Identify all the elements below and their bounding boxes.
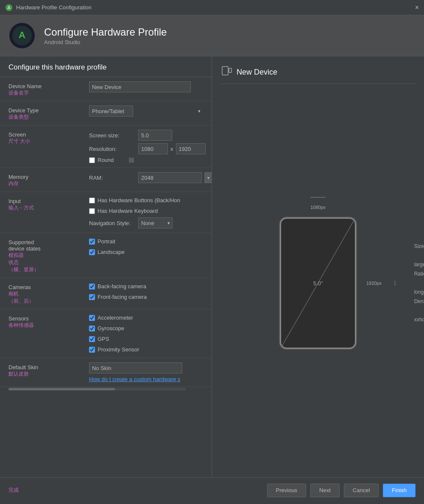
screen-size-input[interactable]	[138, 130, 172, 141]
device-preview-name: New Device	[237, 68, 277, 77]
hardware-keyboard-label: Has Hardware Keyboard	[98, 208, 158, 214]
header-title: Configure Hardware Profile	[44, 26, 167, 38]
ram-label: RAM:	[89, 175, 136, 181]
hardware-keyboard-checkbox[interactable]	[89, 208, 95, 214]
resolution-row: Resolution: x	[89, 143, 206, 154]
ram-row: RAM: ▾	[89, 172, 212, 183]
header-subtitle: Android Studio	[44, 39, 167, 45]
title-bar-title: Hardware Profile Configuration	[16, 4, 92, 11]
resolution-width-input[interactable]	[138, 143, 168, 154]
landscape-row: Landscape	[89, 249, 203, 255]
gps-label: GPS	[98, 336, 109, 342]
accelerometer-label: Accelerometer	[98, 315, 133, 321]
android-logo: A	[8, 22, 36, 49]
device-states-row: Supported device states 模拟器 状态 （横、竖屏） Po…	[0, 233, 212, 278]
skin-content: How do I create a custom hardware s	[89, 362, 203, 382]
nav-style-select[interactable]: None D-pad Trackball	[138, 217, 173, 228]
screen-row: Screen 尺寸 大小 Screen size: Resolution: x …	[0, 125, 212, 168]
dim-label-right: 1920px	[366, 281, 382, 286]
memory-row: Memory 内存 RAM: ▾	[0, 168, 212, 192]
scrollbar-thumb[interactable]	[8, 388, 115, 390]
resolution-height-input[interactable]	[176, 143, 206, 154]
right-dimension-line	[395, 281, 395, 286]
gyroscope-row: Gyroscope	[89, 325, 203, 331]
scrollbar-track	[8, 388, 186, 390]
gps-checkbox[interactable]	[89, 336, 95, 342]
nav-style-select-wrapper: None D-pad Trackball	[138, 217, 173, 228]
gyroscope-label: Gyroscope	[98, 325, 124, 331]
gyroscope-checkbox[interactable]	[89, 326, 95, 331]
ram-unit-dropdown[interactable]: ▾	[204, 172, 212, 183]
device-preview-icon	[220, 65, 232, 79]
hardware-buttons-checkbox[interactable]	[89, 198, 95, 203]
resolution-label: Resolution:	[89, 146, 136, 152]
device-type-select-wrapper: Phone/Tablet Wear OS Android TV Automoti…	[89, 106, 203, 117]
back-camera-checkbox[interactable]	[89, 284, 95, 290]
right-panel: New Device 1080px 5.0"	[212, 56, 424, 477]
device-specs: Size: large Ratio: long Density: xxhdpi	[414, 242, 424, 324]
proximity-label: Proximity Sensor	[98, 346, 139, 353]
dim-label-center: 5.0"	[313, 280, 323, 287]
main-content: Configure this hardware profile Device N…	[0, 56, 424, 477]
skin-label: Default Skin 默认皮肤	[8, 362, 85, 378]
input-content: Has Hardware Buttons (Back/Hon Has Hardw…	[89, 196, 203, 228]
svg-text:A: A	[8, 6, 11, 10]
ram-input[interactable]	[138, 172, 202, 183]
landscape-checkbox[interactable]	[89, 249, 95, 255]
device-name-input[interactable]	[89, 81, 191, 92]
device-preview-header: New Device	[220, 65, 416, 84]
device-states-label: Supported device states 模拟器 状态 （横、竖屏）	[8, 237, 85, 273]
device-diagram-container: 1080px 5.0" 1920px	[220, 97, 416, 469]
nav-style-label: Navigation Style:	[89, 220, 136, 226]
screen-size-row: Screen size:	[89, 130, 206, 141]
svg-rect-6	[229, 68, 232, 72]
skin-input[interactable]	[89, 362, 182, 373]
svg-rect-5	[222, 67, 228, 75]
next-button[interactable]: Next	[310, 484, 340, 497]
device-type-label: Device Type 设备类型	[8, 106, 85, 121]
svg-text:A: A	[19, 30, 25, 40]
hardware-keyboard-row: Has Hardware Keyboard	[89, 208, 203, 214]
portrait-checkbox[interactable]	[89, 239, 95, 245]
memory-content: RAM: ▾	[89, 172, 212, 183]
custom-hardware-link[interactable]: How do I create a custom hardware s	[89, 376, 203, 382]
accelerometer-checkbox[interactable]	[89, 315, 95, 321]
round-checkbox[interactable]	[89, 157, 95, 163]
title-bar-left: A Hardware Profile Configuration	[5, 4, 92, 11]
horizontal-scrollbar[interactable]	[0, 387, 212, 391]
cameras-content: Back-facing camera Front-facing camera	[89, 282, 203, 301]
round-row: Round	[89, 157, 206, 163]
accelerometer-row: Accelerometer	[89, 315, 203, 321]
cancel-button[interactable]: Cancel	[344, 484, 379, 497]
sensors-label: Sensors 各种传感器	[8, 314, 85, 329]
landscape-label: Landscape	[98, 249, 125, 255]
finish-button[interactable]: Finish	[383, 484, 416, 497]
title-bar: A Hardware Profile Configuration ×	[0, 0, 424, 15]
size-spec: Size: large	[414, 242, 424, 270]
back-camera-row: Back-facing camera	[89, 283, 203, 290]
proximity-checkbox[interactable]	[89, 347, 95, 353]
device-diagram: 1080px 5.0" 1920px	[280, 217, 356, 349]
sensors-content: Accelerometer Gyroscope GPS Proximity Se…	[89, 314, 203, 354]
hardware-buttons-row: Has Hardware Buttons (Back/Hon	[89, 197, 203, 203]
device-name-row: Device Name 设备名字	[0, 77, 212, 101]
dim-label-top: 1080px	[310, 205, 326, 210]
close-icon[interactable]: ×	[415, 4, 419, 11]
device-states-content: Portrait Landscape	[89, 237, 203, 256]
density-spec: Density: xxhdpi	[414, 297, 424, 324]
device-name-content	[89, 81, 203, 92]
hardware-buttons-label: Has Hardware Buttons (Back/Hon	[98, 197, 180, 203]
device-type-content: Phone/Tablet Wear OS Android TV Automoti…	[89, 106, 203, 117]
skin-row: Default Skin 默认皮肤 How do I create a cust…	[0, 358, 212, 387]
device-frame: 5.0"	[280, 217, 356, 349]
front-camera-row: Front-facing camera	[89, 294, 203, 300]
device-type-select[interactable]: Phone/Tablet Wear OS Android TV Automoti…	[89, 106, 133, 117]
front-camera-checkbox[interactable]	[89, 294, 95, 300]
previous-button[interactable]: Previous	[267, 484, 307, 497]
portrait-label: Portrait	[98, 238, 115, 245]
gps-row: GPS	[89, 336, 203, 342]
device-name-label: Device Name 设备名字	[8, 81, 85, 97]
round-indicator	[129, 158, 134, 163]
memory-label: Memory 内存	[8, 172, 85, 187]
app-icon: A	[5, 4, 13, 11]
